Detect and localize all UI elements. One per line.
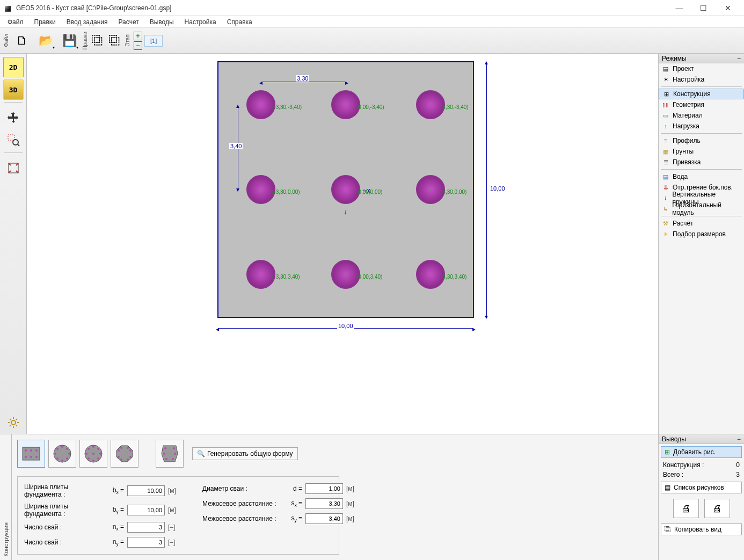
menu-calc[interactable]: Расчет bbox=[114, 17, 143, 27]
copy-view-button[interactable]: ⿻ Копировать вид bbox=[661, 523, 742, 535]
mode-profile[interactable]: ≡Профиль bbox=[659, 135, 744, 146]
copy-button[interactable]: ⿻ bbox=[90, 31, 105, 51]
mode-assign[interactable]: ≣Привязка bbox=[659, 157, 744, 168]
svg-point-43 bbox=[174, 453, 176, 455]
menu-output[interactable]: Выводы bbox=[145, 17, 178, 27]
drawing-canvas[interactable]: (-3,30,-3,40) (0,00,-3,40) (3,30,-3,40) … bbox=[27, 54, 658, 434]
dimension-sx: 3,30 bbox=[296, 75, 309, 82]
param-d-label: Диаметр сваи : bbox=[202, 485, 283, 492]
param-ny-unit: [–] bbox=[168, 539, 181, 546]
profile-icon: ≡ bbox=[662, 137, 669, 144]
soils-icon: ▦ bbox=[662, 148, 669, 155]
material-icon: ▭ bbox=[662, 112, 669, 119]
bottom-panel: 🔍 Генерировать общую форму Ширина плиты … bbox=[12, 434, 658, 560]
geometry-icon: ⫿⫿ bbox=[662, 101, 669, 108]
generate-shape-button[interactable]: 🔍 Генерировать общую форму bbox=[192, 447, 298, 460]
paste-button[interactable]: ⿻ bbox=[107, 31, 122, 51]
add-icon: ⊞ bbox=[665, 448, 670, 456]
mode-hmodule[interactable]: ↳Горизонтальный модуль bbox=[659, 203, 744, 214]
menu-file[interactable]: Файл bbox=[3, 17, 28, 27]
menu-help[interactable]: Справка bbox=[223, 17, 257, 27]
param-sx-label: Межосевое расстояние : bbox=[202, 500, 283, 507]
titlebar: ▦ GEO5 2016 - Куст свай [C:\Pile-Group\s… bbox=[0, 0, 744, 16]
pan-tool[interactable] bbox=[3, 107, 24, 128]
maximize-button[interactable]: ☐ bbox=[691, 1, 716, 16]
param-nx-unit: [–] bbox=[168, 523, 181, 531]
svg-point-36 bbox=[127, 459, 129, 461]
stage-add-button[interactable]: + bbox=[134, 32, 142, 40]
friction-icon: ⇊ bbox=[662, 184, 669, 191]
mode-water[interactable]: ▤Вода bbox=[659, 171, 744, 182]
svg-line-2 bbox=[18, 144, 19, 146]
param-d-unit: [м] bbox=[346, 485, 359, 492]
outputs-panel: Выводы− ⊞ Добавить рис. Конструкция :0 В… bbox=[658, 434, 744, 560]
collapse-icon[interactable]: − bbox=[737, 55, 741, 62]
view-2d-button[interactable]: 2D bbox=[3, 57, 24, 77]
stage-remove-button[interactable]: − bbox=[134, 41, 142, 50]
close-button[interactable]: ✕ bbox=[716, 1, 740, 16]
mode-material[interactable]: ▭Материал bbox=[659, 110, 744, 121]
fit-view-tool[interactable] bbox=[3, 158, 24, 178]
mode-dims[interactable]: ☀Подбор размеров bbox=[659, 229, 744, 239]
mode-soils[interactable]: ▦Грунты bbox=[659, 146, 744, 157]
shape-octagon[interactable] bbox=[111, 440, 138, 468]
mode-calc[interactable]: ⚒Расчёт bbox=[659, 218, 744, 229]
param-sy-input[interactable] bbox=[305, 513, 343, 524]
picture-list-button[interactable]: ▤ Список рисунков bbox=[661, 482, 742, 493]
open-file-button[interactable]: 📂▾ bbox=[35, 30, 56, 52]
svg-point-32 bbox=[120, 447, 122, 449]
pile bbox=[246, 90, 275, 119]
stage-tab-1[interactable]: [1] bbox=[144, 35, 163, 47]
menu-edit[interactable]: Правки bbox=[30, 17, 60, 27]
dimension-sy: 3,40 bbox=[229, 143, 243, 149]
separator bbox=[4, 102, 23, 105]
axis-y-icon: ↓ bbox=[344, 208, 347, 216]
view-3d-button[interactable]: 3D bbox=[3, 79, 24, 100]
shape-circle-8[interactable] bbox=[48, 440, 76, 468]
mode-load[interactable]: ↑Нагрузка bbox=[659, 121, 744, 132]
svg-point-24 bbox=[97, 448, 99, 450]
add-picture-button[interactable]: ⊞ Добавить рис. bbox=[661, 446, 742, 458]
mode-project[interactable]: ▤Проект bbox=[659, 63, 744, 74]
settings-gear-button[interactable] bbox=[3, 412, 24, 433]
shape-general[interactable] bbox=[156, 440, 184, 468]
gear-icon: ✶ bbox=[662, 76, 669, 83]
mode-geometry[interactable]: ⫿⫿Геометрия bbox=[659, 99, 744, 110]
modes-panel: Режимы− ▤Проект ✶Настройка ⊞Конструкция … bbox=[658, 54, 744, 434]
svg-point-41 bbox=[164, 447, 166, 449]
shape-rect-grid[interactable] bbox=[17, 440, 45, 468]
param-bx-input[interactable] bbox=[127, 485, 165, 496]
load-icon: ↑ bbox=[662, 122, 669, 130]
water-icon: ▤ bbox=[662, 173, 669, 180]
param-by-sym: by = bbox=[108, 506, 124, 514]
print-color-button[interactable]: 🖨 bbox=[704, 499, 730, 518]
menubar: Файл Правки Ввод задания Расчет Выводы Н… bbox=[0, 16, 744, 28]
mode-structure[interactable]: ⊞Конструкция bbox=[659, 89, 744, 99]
param-ny-input[interactable] bbox=[127, 537, 165, 548]
svg-point-42 bbox=[173, 447, 175, 449]
shape-circle-9[interactable] bbox=[79, 440, 107, 468]
param-d-input[interactable] bbox=[305, 483, 343, 494]
collapse-icon[interactable]: − bbox=[737, 435, 741, 442]
new-file-button[interactable]: 🗋 bbox=[11, 30, 33, 52]
pile-coord: (3,30,3,40) bbox=[441, 274, 466, 280]
param-ny-sym: ny = bbox=[108, 538, 124, 547]
menu-input[interactable]: Ввод задания bbox=[62, 17, 112, 27]
toolbar: Файл 🗋 📂▾ 💾▾ Правки ⿻ ⿻ Этап + − [1] bbox=[0, 28, 744, 54]
mode-settings[interactable]: ✶Настройка bbox=[659, 74, 744, 85]
pile bbox=[331, 90, 360, 119]
svg-point-45 bbox=[165, 458, 167, 460]
param-by-input[interactable] bbox=[127, 505, 165, 515]
zoom-window-tool[interactable] bbox=[3, 130, 24, 150]
svg-point-25 bbox=[99, 453, 101, 455]
param-nx-input[interactable] bbox=[127, 522, 165, 533]
minimize-button[interactable]: — bbox=[667, 1, 691, 16]
param-by-unit: [м] bbox=[168, 506, 181, 514]
structure-icon: ⊞ bbox=[662, 90, 670, 98]
svg-point-38 bbox=[118, 456, 120, 458]
foundation-slab: (-3,30,-3,40) (0,00,-3,40) (3,30,-3,40) … bbox=[218, 62, 473, 317]
param-sx-input[interactable] bbox=[305, 498, 343, 509]
save-file-button[interactable]: 💾▾ bbox=[59, 30, 80, 52]
print-button[interactable]: 🖨 bbox=[673, 499, 699, 518]
menu-settings[interactable]: Настройка bbox=[180, 17, 221, 27]
